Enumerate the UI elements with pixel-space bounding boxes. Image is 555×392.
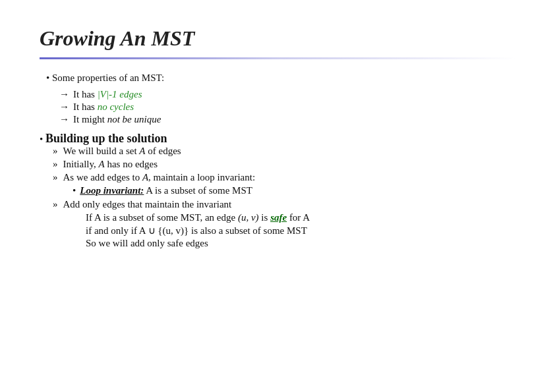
properties-list: → It has |V|-1 edges → It has no cycles … <box>40 89 515 125</box>
safe-block-line3: So we will add only safe edges <box>40 238 515 249</box>
safe-line1-prefix: If A is a subset of some MST, an edge <box>86 212 238 223</box>
building-header-line: • Building up the solution <box>40 132 515 146</box>
safe-line1-italic: (u, v) <box>238 212 259 223</box>
bb-marker-2: » <box>53 159 58 170</box>
build-bullet-2: » Initially, A has no edges <box>40 159 515 170</box>
loop-inv-label: Loop invariant: <box>80 185 144 196</box>
safe-block-line2: if and only if A ∪ {(u, v)} is also a su… <box>40 225 515 237</box>
property-special-2: no cycles <box>98 101 134 112</box>
build-text-4: Add only edges that maintain the invaria… <box>63 199 232 210</box>
arrow-icon-2: → <box>59 101 69 113</box>
building-section: • Building up the solution » We will bui… <box>40 132 515 249</box>
slide: Growing An MST • Some properties of an M… <box>0 0 555 392</box>
property-text-2: It has no cycles <box>73 101 134 113</box>
loop-invariant-line: • Loop invariant: A is a subset of some … <box>40 185 515 196</box>
property-special-3: not be unique <box>107 114 161 125</box>
build-text-3: As we add edges to A, maintain a loop in… <box>63 172 256 183</box>
loop-inv-body: A is a subset of some MST <box>144 185 252 196</box>
slide-title: Growing An MST <box>40 26 515 51</box>
safe-line3-text: So we will add only safe edges <box>86 238 208 248</box>
properties-header: Some properties of an MST: <box>52 72 164 83</box>
properties-section: • Some properties of an MST: <box>40 72 515 84</box>
property-text-3: It might not be unique <box>73 114 161 125</box>
build-bullet-1: » We will build a set A of edges <box>40 146 515 157</box>
property-item-3: → It might not be unique <box>59 114 515 125</box>
bb-marker-4: » <box>53 199 58 210</box>
safe-line1-mid: is <box>259 212 271 223</box>
build-bullet-4: » Add only edges that maintain the invar… <box>40 199 515 210</box>
bb-marker-3: » <box>53 172 58 183</box>
bb-marker-1: » <box>53 146 58 157</box>
build-text-1: We will build a set A of edges <box>63 146 181 157</box>
loop-bullet-dot: • <box>73 185 76 196</box>
build-bullet-3: » As we add edges to A, maintain a loop … <box>40 172 515 183</box>
property-item-2: → It has no cycles <box>59 101 515 113</box>
safe-line2-text: if and only if A ∪ {(u, v)} is also a su… <box>86 225 307 236</box>
divider <box>40 57 515 59</box>
property-item-1: → It has |V|-1 edges <box>59 89 515 100</box>
safe-block-line1: If A is a subset of some MST, an edge (u… <box>40 212 515 223</box>
bullet-dot: • <box>46 72 52 83</box>
build-text-2: Initially, A has no edges <box>63 159 158 170</box>
arrow-icon-1: → <box>59 89 69 100</box>
building-header: Building up the solution <box>45 132 167 145</box>
safe-line1-suffix: for A <box>287 212 310 223</box>
content-area: • Some properties of an MST: → It has |V… <box>40 72 515 249</box>
property-special-1: |V|-1 edges <box>98 89 142 99</box>
property-text-1: It has |V|-1 edges <box>73 89 142 100</box>
bullet-dot-building: • <box>40 134 45 144</box>
arrow-icon-3: → <box>59 114 69 125</box>
safe-word: safe <box>270 212 287 223</box>
loop-invariant-text: Loop invariant: A is a subset of some MS… <box>80 185 252 196</box>
